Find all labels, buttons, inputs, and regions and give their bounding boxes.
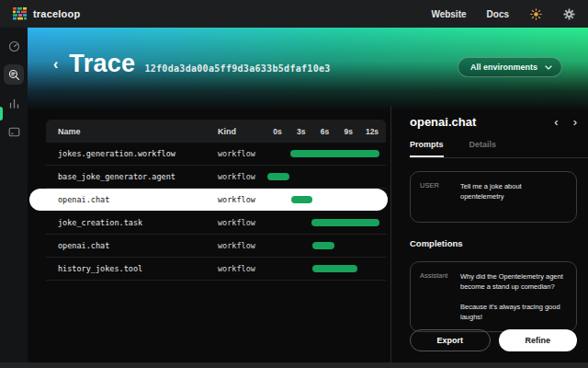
table-row[interactable]: base_joke_generator.agent workflow: [46, 166, 386, 189]
environment-selector-label: All environments: [470, 63, 537, 72]
back-chevron-icon[interactable]: ‹: [53, 57, 58, 72]
span-name: history_jokes.tool: [58, 264, 218, 273]
trace-table: Name Kind 0s3s6s9s12s jokes.generation.w…: [46, 120, 386, 281]
sidebar-item-dashboard[interactable]: [4, 36, 24, 56]
span-timeline: [269, 258, 380, 280]
chevron-down-icon: [545, 65, 552, 70]
active-indicator: [0, 107, 3, 121]
website-link[interactable]: Website: [431, 9, 466, 19]
message-role: USER: [420, 181, 460, 213]
span-timeline: [269, 235, 380, 257]
gauge-icon: [8, 40, 20, 52]
span-kind: workflow: [218, 264, 269, 273]
duration-bar: [267, 173, 289, 180]
brand[interactable]: traceloop: [13, 7, 80, 20]
span-name: base_joke_generator.agent: [58, 172, 218, 181]
timeline-tick: 6s: [317, 127, 334, 136]
bar-chart-icon: [8, 98, 20, 109]
message-text: Why did the Opentelemetry agent become a…: [460, 271, 567, 322]
table-row[interactable]: joke_creation.task workflow: [46, 212, 386, 235]
span-kind: workflow: [218, 149, 269, 158]
table-row[interactable]: openai.chat workflow: [46, 235, 386, 258]
span-kind: workflow: [218, 241, 269, 250]
duration-bar: [291, 196, 311, 203]
prev-span-arrow[interactable]: ‹: [554, 116, 558, 128]
table-row[interactable]: openai.chat workflow: [46, 189, 386, 212]
span-kind: workflow: [218, 195, 269, 204]
column-header-name: Name: [58, 127, 218, 136]
span-title: openai.chat: [410, 115, 476, 129]
span-kind: workflow: [218, 172, 269, 181]
tab-details[interactable]: Details: [469, 140, 497, 157]
traceloop-logo-icon: [13, 7, 27, 20]
duration-bar: [290, 150, 379, 157]
span-kind: workflow: [218, 218, 269, 227]
trace-id: 12f0da3da00a5ff9d3a633b5dfaf10e3: [144, 63, 330, 74]
timeline-tick: 9s: [340, 127, 356, 136]
sidebar-item-console[interactable]: [4, 121, 24, 142]
console-icon: [8, 126, 20, 138]
table-row[interactable]: jokes.generation.workflow workflow: [46, 143, 386, 166]
settings-gear-icon[interactable]: [562, 7, 575, 20]
brand-name: traceloop: [33, 8, 80, 19]
duration-bar: [311, 219, 379, 226]
span-timeline: [269, 212, 380, 234]
top-bar: traceloop Website Docs: [0, 0, 588, 28]
trace-search-icon: [8, 69, 20, 81]
column-header-kind: Kind: [218, 127, 269, 136]
docs-link[interactable]: Docs: [487, 9, 509, 19]
next-span-arrow[interactable]: ›: [573, 116, 577, 128]
duration-bar: [312, 265, 357, 272]
export-button[interactable]: Export: [410, 329, 491, 351]
trace-table-body: jokes.generation.workflow workflow base_…: [46, 143, 386, 281]
timeline-tick: 12s: [364, 127, 380, 136]
span-name: openai.chat: [58, 195, 218, 204]
span-name: openai.chat: [58, 241, 218, 250]
theme-sun-icon[interactable]: [529, 7, 542, 20]
message-text: Tell me a joke about opentelemetry: [460, 181, 567, 213]
span-timeline: [269, 166, 380, 188]
page-title: Trace: [69, 50, 135, 78]
tab-prompts[interactable]: Prompts: [410, 140, 444, 157]
span-name: jokes.generation.workflow: [58, 149, 218, 158]
message-box: Assistant Why did the Opentelemetry agen…: [410, 261, 577, 332]
span-name: joke_creation.task: [58, 218, 218, 227]
message-role: Assistant: [420, 271, 460, 322]
sidebar-item-metrics[interactable]: [4, 93, 24, 113]
prompts-list: USER Tell me a joke about opentelemetry: [410, 171, 577, 223]
message-box: USER Tell me a joke about opentelemetry: [410, 171, 577, 223]
table-row[interactable]: history_jokes.tool workflow: [46, 258, 386, 281]
trace-table-header: Name Kind 0s3s6s9s12s: [46, 120, 386, 143]
sidebar: [0, 28, 28, 362]
span-detail-panel: openai.chat ‹ › Prompts Details USER Tel…: [390, 106, 588, 362]
timeline-ticks: 0s3s6s9s12s: [269, 127, 380, 136]
timeline-tick: 0s: [269, 127, 286, 136]
sidebar-item-traces[interactable]: [4, 64, 24, 85]
panel-tabs: Prompts Details: [410, 140, 588, 158]
environment-selector[interactable]: All environments: [458, 57, 562, 77]
window-bottom-strip: [0, 362, 588, 368]
span-timeline: [269, 143, 380, 165]
span-timeline: [269, 189, 380, 211]
timeline-tick: 3s: [293, 127, 310, 136]
completions-list: Assistant Why did the Opentelemetry agen…: [410, 261, 577, 332]
refine-button[interactable]: Refine: [499, 329, 578, 351]
completions-heading: Completions: [410, 238, 577, 248]
duration-bar: [312, 242, 334, 249]
main-content: ‹ Trace 12f0da3da00a5ff9d3a633b5dfaf10e3…: [28, 28, 588, 362]
